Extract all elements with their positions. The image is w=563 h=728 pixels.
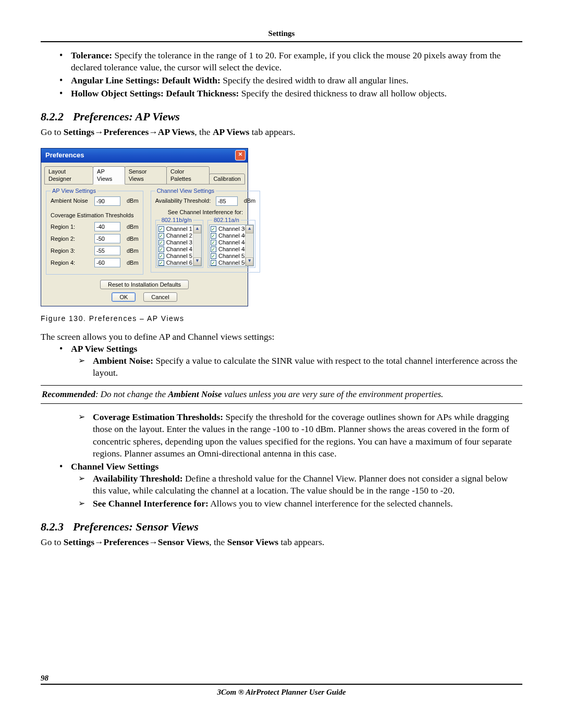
figure-caption: Figure 130. Preferences – AP Views xyxy=(41,314,522,323)
sub-coverage-est: Coverage Estimation Thresholds: Specify … xyxy=(41,411,522,459)
heading-822: 8.2.2 Preferences: AP Views xyxy=(41,109,522,124)
bullet-ap-view-settings: AP View Settings Ambient Noise: Specify … xyxy=(41,343,522,379)
heading-823: 8.2.3 Preferences: Sensor Views xyxy=(41,519,522,534)
page-header: Settings xyxy=(41,29,522,42)
checkbox-icon[interactable]: ✓ xyxy=(211,233,216,239)
bullet-text: Specify the desired thickness to draw al… xyxy=(239,88,447,98)
scroll-up-icon[interactable]: ▲ xyxy=(246,225,253,233)
bgn-group: 802.11b/g/n ✓Channel 1 ✓Channel 2 ✓Chann… xyxy=(155,220,203,268)
checkbox-icon[interactable]: ✓ xyxy=(211,226,216,232)
availability-threshold-input[interactable] xyxy=(216,196,238,206)
scrollbar[interactable]: ▲ ▼ xyxy=(245,225,253,266)
heading-title: Preferences: AP Views xyxy=(73,109,180,124)
checkbox-icon[interactable]: ✓ xyxy=(211,253,216,259)
bullet-label: Angular Line Settings: Default Width: xyxy=(71,75,221,85)
checkbox-icon[interactable]: ✓ xyxy=(211,260,216,266)
an-group: 802.11a/n ✓Channel 36 ✓Channel 40 ✓Chann… xyxy=(207,220,255,268)
ap-view-legend: AP View Settings xyxy=(51,187,97,195)
bullet-text: Specify the tolerance in the range of 1 … xyxy=(71,50,501,72)
ap-view-heading: AP View Settings xyxy=(71,343,137,354)
tab-calibration[interactable]: Calibration xyxy=(209,174,245,184)
checkbox-icon[interactable]: ✓ xyxy=(158,226,164,232)
checkbox-icon[interactable]: ✓ xyxy=(158,246,164,252)
intro-bullet-list: Tolerance: Specify the tolerance in the … xyxy=(41,50,522,100)
coverage-est-label: Coverage Estimation Thresholds xyxy=(51,212,139,219)
bgn-legend: 802.11b/g/n xyxy=(160,216,193,224)
bullet-tolerance: Tolerance: Specify the tolerance in the … xyxy=(41,50,522,73)
channel-view-heading: Channel View Settings xyxy=(71,461,158,472)
dialog-title: Preferences xyxy=(45,151,84,159)
ok-button[interactable]: OK xyxy=(112,292,136,302)
tab-sensor-views[interactable]: Sensor Views xyxy=(125,166,167,184)
channel-view-legend: Channel View Settings xyxy=(155,187,216,195)
region1-input[interactable] xyxy=(94,222,120,231)
bullet-text: Specify the desired width to draw all an… xyxy=(221,75,409,85)
tab-strip: Layout Designer AP Views Sensor Views Co… xyxy=(44,166,244,184)
preferences-dialog: Preferences × Layout Designer AP Views S… xyxy=(41,148,248,307)
sub-ambient-noise: Ambient Noise: Specify a value to calcul… xyxy=(41,355,522,379)
ambient-noise-label: Ambient Noise xyxy=(51,197,91,205)
page-number: 98 xyxy=(41,674,522,685)
sub-see-channel-interference: See Channel Interference for: Allows you… xyxy=(41,498,522,510)
bgn-channel-list[interactable]: ✓Channel 1 ✓Channel 2 ✓Channel 3 ✓Channe… xyxy=(157,225,202,266)
goto-822: Go to Settings→Preferences→AP Views, the… xyxy=(41,126,522,138)
tab-ap-views[interactable]: AP Views xyxy=(93,166,125,184)
scroll-up-icon[interactable]: ▲ xyxy=(193,225,201,233)
close-icon[interactable]: × xyxy=(235,150,246,161)
unit: dBm xyxy=(127,197,139,205)
heading-title: Preferences: Sensor Views xyxy=(73,519,199,534)
bullet-label: Hollow Object Settings: Default Thicknes… xyxy=(71,88,239,98)
after-figure-intro: The screen allows you to define AP and C… xyxy=(41,331,522,343)
region3-label: Region 3: xyxy=(51,247,91,255)
checkbox-icon[interactable]: ✓ xyxy=(158,260,164,266)
goto-823: Go to Settings→Preferences→Sensor Views,… xyxy=(41,536,522,548)
bullet-label: Tolerance: xyxy=(71,50,112,60)
sub-availability-threshold: Availability Threshold: Define a thresho… xyxy=(41,473,522,497)
nav-path: Settings→Preferences→Sensor Views xyxy=(64,537,209,547)
checkbox-icon[interactable]: ✓ xyxy=(211,240,216,245)
region1-label: Region 1: xyxy=(51,223,91,231)
checkbox-icon[interactable]: ✓ xyxy=(158,253,164,259)
nav-path: Settings→Preferences→AP Views xyxy=(64,127,195,137)
ambient-noise-input[interactable] xyxy=(94,196,120,206)
availability-threshold-label: Availability Threshold: xyxy=(155,197,213,205)
region4-input[interactable] xyxy=(94,258,120,267)
an-legend: 802.11a/n xyxy=(212,216,241,224)
cancel-button[interactable]: Cancel xyxy=(143,292,177,302)
region2-input[interactable] xyxy=(94,234,120,243)
region3-input[interactable] xyxy=(94,246,120,255)
tab-layout-designer[interactable]: Layout Designer xyxy=(44,166,93,184)
dialog-titlebar[interactable]: Preferences × xyxy=(41,149,248,163)
ap-view-settings-group: AP View Settings Ambient Noise dBm Cover… xyxy=(46,191,143,275)
scrollbar[interactable]: ▲ ▼ xyxy=(193,225,201,266)
see-channel-label: See Channel Interference for: xyxy=(155,208,256,216)
footer-guide: 3Com ® AirProtect Planner User Guide xyxy=(41,688,522,697)
checkbox-icon[interactable]: ✓ xyxy=(158,233,164,239)
region2-label: Region 2: xyxy=(51,235,91,243)
checkbox-icon[interactable]: ✓ xyxy=(158,240,164,245)
bullet-hollow-object: Hollow Object Settings: Default Thicknes… xyxy=(41,88,522,100)
channel-view-settings-group: Channel View Settings Availability Thres… xyxy=(151,191,261,273)
heading-num: 8.2.2 xyxy=(41,109,64,124)
scroll-down-icon[interactable]: ▼ xyxy=(193,257,201,266)
heading-num: 8.2.3 xyxy=(41,519,64,534)
checkbox-icon[interactable]: ✓ xyxy=(211,246,216,252)
region4-label: Region 4: xyxy=(51,259,91,267)
tab-color-palettes[interactable]: Color Palettes xyxy=(166,166,210,184)
an-channel-list[interactable]: ✓Channel 36 ✓Channel 40 ✓Channel 44 ✓Cha… xyxy=(209,225,254,266)
bullet-channel-view-settings: Channel View Settings Availability Thres… xyxy=(41,461,522,510)
scroll-down-icon[interactable]: ▼ xyxy=(246,257,253,266)
recommended-note: Recommended: Do not change the Ambient N… xyxy=(41,385,522,404)
bullet-angular-line: Angular Line Settings: Default Width: Sp… xyxy=(41,75,522,87)
reset-defaults-button[interactable]: Reset to Installation Defaults xyxy=(100,280,189,289)
